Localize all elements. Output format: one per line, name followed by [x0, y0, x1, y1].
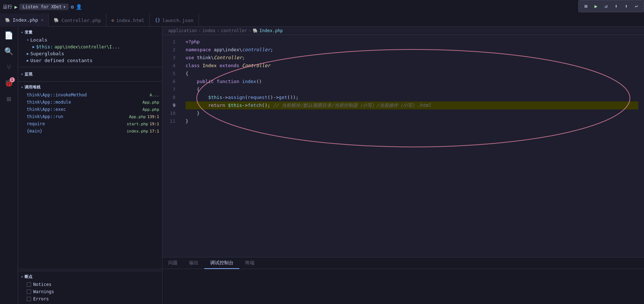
breadcrumb-controller[interactable]: controller — [221, 28, 247, 33]
top-bar: 运行 ▶ Listen for XDet ▾ ⚙ 👤 — [0, 0, 644, 14]
bp-warnings[interactable]: Warnings — [18, 288, 162, 295]
divider1 — [18, 67, 162, 67]
tab-output[interactable]: 输出 — [183, 257, 204, 269]
superglobals-item[interactable]: ▶ Superglobals — [18, 50, 162, 57]
code-line-6: public function index () — [186, 78, 638, 86]
breakpoints-section: ▾ 断点 Notices Warnings Errors — [18, 271, 162, 304]
line-num-11: 11 — [162, 117, 175, 125]
line-num-5: 5 — [162, 70, 175, 78]
php-breadcrumb-icon: 🐘 — [253, 28, 258, 33]
dropdown-arrow-icon: ▾ — [63, 4, 66, 9]
close-icon[interactable]: ✕ — [41, 18, 43, 22]
code-line-2: namespace app\index\controller; — [186, 46, 638, 54]
locals-item[interactable]: ▾ Locals — [18, 36, 162, 43]
tab-controller-php[interactable]: 🐘 Controller.php — [49, 14, 106, 27]
user-defined-item[interactable]: ▶ User defined constants — [18, 57, 162, 64]
listen-label: Listen for XDet — [22, 4, 61, 9]
php-tag: <?php — [186, 38, 200, 46]
tab-label: index.html — [116, 18, 144, 23]
watch-section: ▾ 监视 — [18, 69, 162, 80]
debug-icon[interactable]: 🐞 1 — [2, 76, 16, 90]
code-line-8: $this -> assign ( request ()-> get ()); — [186, 94, 638, 101]
this-var-name: $this: — [36, 44, 53, 49]
errors-label: Errors — [33, 296, 49, 301]
breakpoints-header[interactable]: ▾ 断点 — [18, 273, 162, 281]
code-line-10: } — [186, 109, 638, 117]
callstack-arrow-icon: ▾ — [21, 85, 23, 89]
callstack-item[interactable]: think\App::module App.php — [18, 99, 162, 106]
tab-index-html[interactable]: ◇ index.html — [106, 14, 150, 27]
file-name: A... — [150, 93, 160, 97]
callstack-item[interactable]: {main} index.php 17:1 — [18, 127, 162, 135]
code-line-3: use think\Controller; — [186, 54, 638, 62]
callstack-label: 调用堆栈 — [25, 84, 40, 90]
breadcrumb-current[interactable]: Index.php — [260, 28, 283, 33]
tab-index-php[interactable]: 🐘 Index.php ✕ — [0, 14, 49, 27]
callstack-item[interactable]: require start.php 19:1 — [18, 120, 162, 127]
tab-label: Controller.php — [61, 18, 101, 23]
line-number: 17:1 — [150, 129, 160, 134]
code-line-4: class Index extends Controller — [186, 62, 638, 70]
watch-header[interactable]: ▾ 监视 — [18, 70, 162, 78]
line-num-4: 4 — [162, 62, 175, 70]
variables-section: ▾ 变量 ▾ Locals ▶ $this: app\index\control… — [18, 27, 162, 65]
breakpoints-arrow-icon: ▾ — [21, 275, 23, 279]
sidebar: ▾ 变量 ▾ Locals ▶ $this: app\index\control… — [18, 27, 162, 304]
code-line-7: { — [186, 86, 638, 94]
notices-checkbox[interactable] — [27, 282, 31, 287]
bp-notices[interactable]: Notices — [18, 281, 162, 288]
warnings-checkbox[interactable] — [27, 290, 31, 294]
activity-bar: 📄 🔍 ⑂ 🐞 1 ⊞ — [0, 27, 18, 304]
tab-label: Index.php — [13, 17, 38, 23]
search-icon[interactable]: 🔍 — [2, 44, 16, 58]
breadcrumb-application[interactable]: application — [168, 28, 197, 33]
this-item[interactable]: ▶ $this: app\index\controller\I... — [18, 43, 162, 50]
callstack-header[interactable]: ▾ 调用堆栈 — [18, 83, 162, 91]
tab-debug-console[interactable]: 调试控制台 — [204, 257, 239, 269]
tab-label: 终端 — [245, 260, 254, 266]
tab-label: 调试控制台 — [210, 260, 234, 266]
breadcrumb-index[interactable]: index — [203, 28, 216, 33]
editor-area: ⊞ ▶ ↺ ⬇ ⬆ ↩ application › index › contro… — [162, 27, 644, 304]
tab-label: 问题 — [168, 260, 178, 266]
line-num-3: 3 — [162, 54, 175, 62]
superglobals-label: Superglobals — [30, 51, 64, 56]
variables-header[interactable]: ▾ 变量 — [18, 28, 162, 36]
line-numbers: 1 2 3 4 5 6 7 8 9 10 11 — [162, 35, 180, 257]
listen-button[interactable]: Listen for XDet ▾ — [19, 4, 69, 10]
callstack-item[interactable]: think\App::invokeMethod A... — [18, 91, 162, 99]
callstack-item[interactable]: think\App::run App.php 139:1 — [18, 113, 162, 120]
file-name: index.php — [127, 129, 148, 134]
callstack-item[interactable]: think\App::exec App.php — [18, 106, 162, 113]
method-name: {main} — [27, 129, 42, 134]
line-num-9: 9 — [162, 101, 175, 109]
code-content[interactable]: <?php namespace app\index\controller; us… — [180, 35, 644, 257]
errors-checkbox[interactable] — [27, 297, 31, 301]
callstack-section: ▾ 调用堆栈 think\App::invokeMethod A... thin… — [18, 83, 162, 268]
person-icon[interactable]: 👤 — [76, 4, 82, 10]
php-icon: 🐘 — [5, 18, 10, 23]
bp-errors[interactable]: Errors — [18, 295, 162, 303]
extensions-icon[interactable]: ⊞ — [2, 92, 16, 106]
code-editor[interactable]: 1 2 3 4 5 6 7 8 9 10 11 <?php namespace — [162, 35, 644, 257]
collapse-arrow-icon: ▾ — [21, 30, 23, 34]
tab-problems[interactable]: 问题 — [162, 257, 183, 269]
gear-icon[interactable]: ⚙ — [71, 4, 74, 10]
notices-label: Notices — [33, 282, 52, 287]
file-name: App.php — [143, 100, 159, 105]
explorer-icon[interactable]: 📄 — [2, 28, 16, 43]
method-name: think\App::run — [27, 114, 63, 119]
json-icon: {} — [155, 18, 160, 23]
php-icon: 🐘 — [54, 18, 59, 23]
breakpoints-label: 断点 — [25, 274, 32, 279]
breadcrumb-sep3: › — [248, 28, 251, 33]
tabs-bar: 🐘 Index.php ✕ 🐘 Controller.php ◇ index.h… — [0, 14, 644, 27]
user-defined-arrow-icon: ▶ — [27, 58, 29, 62]
method-name: think\App::invokeMethod — [27, 92, 87, 97]
file-name: App.php — [143, 107, 159, 112]
play-icon[interactable]: ▶ — [14, 4, 17, 10]
tab-launch-json[interactable]: {} launch.json — [150, 14, 199, 27]
watch-label: 监视 — [25, 71, 32, 77]
source-control-icon[interactable]: ⑂ — [2, 60, 16, 74]
tab-terminal[interactable]: 终端 — [239, 257, 260, 269]
